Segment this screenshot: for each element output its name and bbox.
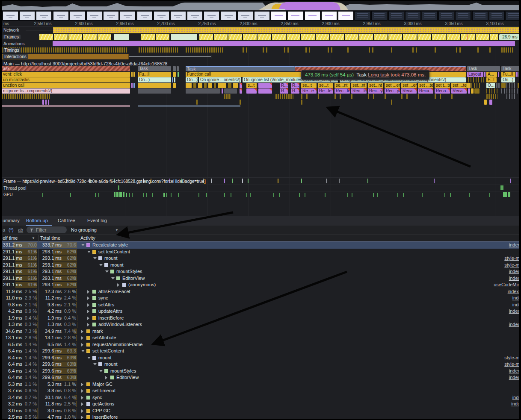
- frame-partial[interactable]: [287, 34, 301, 40]
- table-row[interactable]: 6.5 ms1.4 %6.5 ms1.4 %requestAnimationFr…: [2, 341, 519, 348]
- source-link[interactable]: index.js: [509, 308, 519, 315]
- frame-duration-badge[interactable]: 26.9 ms: [499, 34, 519, 40]
- flame-mark[interactable]: [335, 94, 336, 99]
- expand-toggle-icon[interactable]: [81, 336, 83, 340]
- flame-block[interactable]: On...): [138, 77, 171, 82]
- screenshot-thumbnail[interactable]: [371, 11, 387, 21]
- frame-partial[interactable]: [83, 34, 97, 40]
- flame-block[interactable]: R...e: [280, 88, 288, 94]
- table-row[interactable]: 291.1 ms61.6 %293.1 ms62.0 %(anonymous)u…: [2, 282, 519, 288]
- flame-block[interactable]: Reca...yle: [418, 88, 433, 94]
- flame-block[interactable]: se...t: [318, 83, 333, 88]
- frame-partial[interactable]: [476, 34, 490, 40]
- flame-mark[interactable]: [174, 77, 175, 82]
- flame-mark[interactable]: [351, 94, 352, 99]
- expand-toggle-icon[interactable]: [87, 310, 89, 313]
- grouping-select[interactable]: No grouping: [71, 226, 97, 235]
- activity-label[interactable]: mark: [92, 328, 103, 335]
- flame-mark[interactable]: [518, 83, 519, 88]
- activity-label[interactable]: insertBefore: [92, 414, 118, 419]
- flame-mark[interactable]: [240, 100, 241, 105]
- collapse-toggle-icon[interactable]: [99, 370, 103, 372]
- grouping-caret-icon[interactable]: ▼: [115, 226, 118, 235]
- expand-toggle-icon[interactable]: [87, 303, 89, 307]
- flame-mark[interactable]: [506, 94, 516, 99]
- flame-mark[interactable]: [233, 83, 238, 88]
- source-link[interactable]: index.: [512, 394, 519, 401]
- screenshot-thumbnail[interactable]: [36, 11, 52, 21]
- long-task-link[interactable]: Long task: [368, 72, 389, 77]
- screenshot-thumbnail[interactable]: [338, 11, 354, 21]
- screenshot-thumbnail[interactable]: [154, 11, 169, 21]
- screenshot-thumbnail[interactable]: [455, 11, 471, 21]
- table-row[interactable]: 9.8 ms2.1 %9.8 ms2.1 %setAttrsindex.: [2, 302, 519, 308]
- thread-pool-label[interactable]: Thread pool: [3, 186, 26, 191]
- table-row[interactable]: 3.4 ms0.7 %30.1 ms6.4 %syncindex.: [2, 394, 519, 401]
- flame-mark[interactable]: [406, 94, 408, 99]
- source-link[interactable]: index.js:: [508, 288, 519, 295]
- flame-mark[interactable]: [2, 105, 130, 107]
- match-case-icon[interactable]: a: [3, 226, 5, 235]
- expand-toggle-icon[interactable]: [81, 409, 83, 413]
- frame-partial[interactable]: [461, 34, 475, 40]
- source-link[interactable]: useCodeMirror: [494, 282, 519, 288]
- frame-good[interactable]: [114, 34, 129, 40]
- network-track-label[interactable]: Network: [3, 28, 19, 32]
- source-link[interactable]: index.js: [509, 268, 519, 275]
- screenshot-thumbnail[interactable]: [388, 11, 404, 21]
- flame-block[interactable]: Layout: [467, 72, 483, 77]
- flame-block[interactable]: set ...ent: [401, 83, 417, 88]
- table-row[interactable]: 291.1 ms61.6 %293.1 ms62.0 %EditorViewin…: [2, 275, 519, 282]
- activity-label[interactable]: (anonymous): [128, 282, 156, 288]
- screenshot-thumbnail[interactable]: [489, 11, 505, 21]
- table-row[interactable]: 4.2 ms0.9 %4.2 ms0.9 %updateAttrsindex.j…: [2, 308, 519, 315]
- activity-label[interactable]: sync: [92, 394, 102, 401]
- flame-mark[interactable]: [218, 83, 226, 88]
- screenshot-thumbnail[interactable]: [254, 11, 270, 21]
- flame-mark[interactable]: [138, 105, 240, 107]
- screenshot-thumbnail[interactable]: [3, 11, 18, 21]
- flame-block[interactable]: set t...tent: [435, 83, 450, 88]
- table-row[interactable]: 11.0 ms2.3 %11.2 ms2.4 %syncindex.: [2, 295, 519, 302]
- table-row[interactable]: 6.4 ms1.4 %299.6 ms63.3 %set textContent: [2, 348, 519, 355]
- frame-partial[interactable]: [141, 34, 155, 40]
- expand-toggle-icon[interactable]: [117, 283, 119, 287]
- flame-mark[interactable]: [275, 94, 293, 99]
- flame-mark[interactable]: [177, 66, 179, 71]
- flame-mark[interactable]: [518, 72, 519, 77]
- flame-block[interactable]: un microtasks: [2, 77, 130, 82]
- table-row[interactable]: 3.0 ms0.6 %3.0 ms0.6 %CPP GC: [2, 408, 519, 414]
- regex-icon[interactable]: (*): [9, 226, 14, 235]
- flame-mark[interactable]: [204, 83, 207, 88]
- collapse-toggle-icon[interactable]: [81, 244, 85, 246]
- expand-toggle-icon[interactable]: [81, 402, 83, 406]
- flame-mark[interactable]: [178, 72, 179, 77]
- flame-mark[interactable]: [172, 77, 173, 82]
- flame-mark[interactable]: [42, 100, 44, 105]
- flame-block[interactable]: unction call: [2, 83, 130, 88]
- flame-mark[interactable]: [258, 83, 272, 88]
- table-row[interactable]: 331.2 ms70.0 %333.7 ms70.6 %Recalculate …: [2, 242, 519, 249]
- animations-track-label[interactable]: Animations: [3, 41, 24, 46]
- activity-label[interactable]: getActions: [92, 401, 114, 408]
- flame-mark[interactable]: [224, 94, 231, 99]
- flame-mark[interactable]: [258, 88, 272, 94]
- flame-mark[interactable]: [435, 94, 436, 99]
- flame-block[interactable]: On...): [186, 77, 198, 82]
- flame-block[interactable]: Fu...ll: [138, 72, 171, 77]
- flame-block[interactable]: A...: [486, 72, 497, 77]
- flame-mark[interactable]: [193, 83, 196, 88]
- screenshot-thumbnail[interactable]: [204, 11, 219, 21]
- match-whole-word-icon[interactable]: ab: [18, 226, 23, 235]
- flame-block[interactable]: R...e: [291, 88, 299, 94]
- activity-label[interactable]: Recalculate style: [92, 242, 128, 249]
- flame-block[interactable]: F...l: [486, 77, 497, 82]
- frame-partial[interactable]: [228, 34, 243, 40]
- flame-block[interactable]: Re...e: [301, 88, 317, 94]
- frame-partial[interactable]: [490, 34, 498, 40]
- table-row[interactable]: 291.1 ms61.6 %293.1 ms62.0 %mountstyle-m…: [2, 255, 519, 262]
- flame-mark[interactable]: [484, 100, 487, 105]
- flame-mark[interactable]: [208, 83, 212, 88]
- collapse-toggle-icon[interactable]: [93, 257, 97, 259]
- activity-label[interactable]: set textContent: [98, 249, 130, 256]
